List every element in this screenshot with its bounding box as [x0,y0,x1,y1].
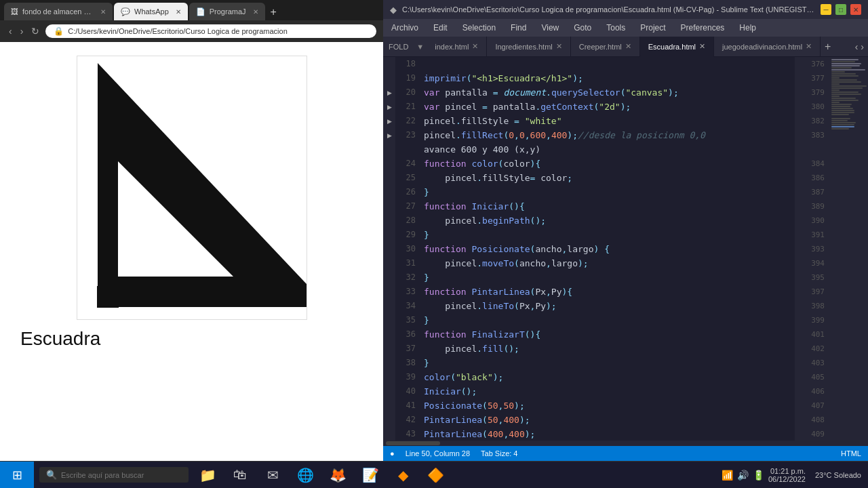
menu-preferences[interactable]: Preferences [678,22,728,34]
ln-31: 31 [395,256,416,270]
maximize-button[interactable]: □ [835,4,846,15]
address-input[interactable]: 🔒 C:/Users/kevin/OneDrive/Escritorio/Cur… [45,24,376,38]
editor-tab-creeper[interactable]: Creeper.html ✕ [571,37,640,57]
ln-32: 32 [395,270,416,285]
code-line-22: pincel.fillStyle = "white" [424,114,791,128]
tray-icons: 📶 🔊 🔋 [722,470,764,481]
editor-window: ◆ C:\Users\kevin\OneDrive\Escritorio\Cur… [383,0,868,461]
network-icon[interactable]: 📶 [722,470,733,481]
taskbar-icon-browser[interactable]: 🌐 [292,462,319,489]
tab-label-index: index.html [435,43,469,51]
taskbar-icon-store[interactable]: 🛍 [226,462,254,489]
fold-arrow-21[interactable]: ▶ [383,100,395,114]
ln-18: 18 [395,57,416,71]
taskbar-icon-edge[interactable]: 🦊 [324,462,351,489]
ln-38: 38 [395,356,416,370]
ln-29: 29 [395,228,416,242]
browser-tab-3[interactable]: 📄 ProgramaJ ✕ [189,3,265,20]
ln-19: 19 [395,71,416,85]
tab-close-1[interactable]: ✕ [100,8,106,16]
tab-label-creeper: Creeper.html [579,43,622,51]
taskbar-icon-text[interactable]: 📝 [357,462,384,489]
statusbar-encoding: ● [390,449,395,458]
battery-icon[interactable]: 🔋 [753,470,764,481]
minimap[interactable] [827,57,868,441]
minimize-button[interactable]: ─ [821,4,831,15]
menu-help[interactable]: Help [736,22,759,34]
file-explorer-icon: 📁 [199,467,216,483]
code-line-23b: avance 600 y 400 (x,y) [424,142,791,157]
right-line-numbers: 376 377 379 380 382 383 384 386 387 389 … [795,57,827,441]
tab-close-index[interactable]: ✕ [472,42,478,51]
editor-statusbar: ● Line 50, Column 28 Tab Size: 4 HTML [383,446,868,461]
menu-edit[interactable]: Edit [431,22,450,34]
windows-logo-icon: ⊞ [12,468,22,483]
taskbar: ⊞ 🔍 📁 🛍 ✉ 🌐 🦊 📝 ◆ 🔶 [0,461,868,488]
tab-close-juego[interactable]: ✕ [806,42,812,51]
editor-tab-juego[interactable]: juegodeadivinacion.html ✕ [714,37,821,57]
ln-23: 23 [395,128,416,142]
ln-28: 28 [395,214,416,228]
editor-tabs-bar: FOLD ▼ index.html ✕ Ingredientes.html ✕ … [383,37,868,57]
refresh-button[interactable]: ↻ [29,24,41,39]
taskbar-icon-explorer[interactable]: 📁 [194,462,221,489]
add-tab-button[interactable]: + [821,41,835,53]
back-button[interactable]: ‹ [7,24,14,39]
editor-tab-escuadra[interactable]: Escuadra.html ✕ [640,37,714,57]
editor-tab-index[interactable]: index.html ✕ [427,37,487,57]
code-line-31: pincel.moveTo(ancho,largo); [424,256,791,270]
taskbar-icon-mail[interactable]: ✉ [259,462,286,489]
tab-close-escuadra[interactable]: ✕ [699,42,705,51]
ln-27: 27 [395,199,416,214]
tab-close-creeper[interactable]: ✕ [625,42,631,51]
browser-tab-1[interactable]: 🖼 fondo de almacen para pc · Bú... ✕ [4,3,113,20]
tab-nav-left[interactable]: ‹ [855,41,859,52]
editor-titlebar: ◆ C:\Users\kevin\OneDrive\Escritorio\Cur… [383,0,868,19]
menu-tools[interactable]: Tools [604,22,628,34]
volume-icon[interactable]: 🔊 [737,470,749,481]
menu-archivo[interactable]: Archivo [389,22,421,34]
code-line-29: } [424,228,791,242]
menu-selection[interactable]: Selection [460,22,498,34]
close-button[interactable]: ✕ [850,4,861,15]
scrollbar-thumb[interactable] [386,441,440,445]
code-line-25: pincel.fillStyle= color; [424,171,791,185]
tab-close-ingredientes[interactable]: ✕ [556,42,562,51]
code-line-41: Posicionate(50,50); [424,399,791,413]
taskbar-icon-sublime[interactable]: ◆ [389,462,416,489]
ln-43: 43 [395,427,416,441]
tab-nav-right[interactable]: › [861,41,864,52]
tab-close-2[interactable]: ✕ [176,8,181,16]
menu-project[interactable]: Project [637,22,668,34]
taskbar-search-input[interactable] [61,471,170,479]
sublime-icon: ◆ [390,5,397,15]
ln-20: 20 [395,85,416,100]
fold-down-icon[interactable]: ▼ [414,43,427,51]
tab-close-3[interactable]: ✕ [253,8,258,16]
taskbar-icon-orange[interactable]: 🔶 [422,462,449,489]
menu-view[interactable]: View [538,22,561,34]
ln-36: 36 [395,327,416,342]
ln-26: 26 [395,185,416,199]
menu-goto[interactable]: Goto [571,22,594,34]
tab-label-1: fondo de almacen para pc · Bú... [22,7,94,16]
ln-37: 37 [395,342,416,356]
browser-tab-2[interactable]: 💬 WhatsApp ✕ [114,3,188,20]
ln-24: 24 [395,157,416,171]
new-tab-button[interactable]: + [267,6,281,18]
fold-arrow-20[interactable]: ▶ [383,85,395,100]
editor-tab-ingredientes[interactable]: Ingredientes.html ✕ [487,37,570,57]
fold-arrow-22[interactable]: ▶ [383,114,395,128]
taskbar-search[interactable]: 🔍 [39,467,189,483]
code-line-36: function FinalizarT(){ [424,327,791,342]
code-line-27: function Iniciar(){ [424,199,791,214]
taskbar-app-icons: 📁 🛍 ✉ 🌐 🦊 📝 ◆ 🔶 [194,462,449,489]
start-button[interactable]: ⊞ [0,462,34,489]
menu-find[interactable]: Find [508,22,529,34]
horizontal-scrollbar[interactable] [383,441,868,446]
code-editor[interactable]: imprimir("<h1>Escuadra</h1>"); var panta… [420,57,795,441]
fold-arrow-23[interactable]: ▶ [383,128,395,142]
browser-tab-bar: 🖼 fondo de almacen para pc · Bú... ✕ 💬 W… [0,0,383,20]
ln-40: 40 [395,384,416,399]
forward-button[interactable]: › [18,24,26,39]
